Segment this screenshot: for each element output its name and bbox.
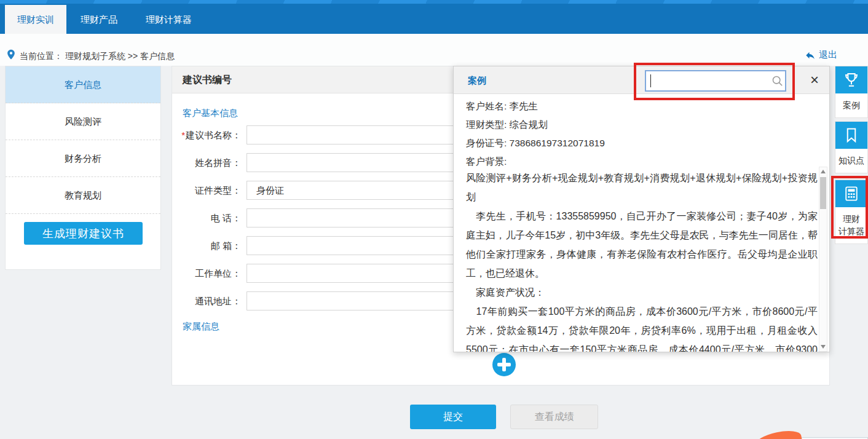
case-paragraph: 李先生，手机号：13355859950，自己开办了一家装修公司；妻子40岁，为家…: [466, 207, 818, 283]
toolbar-item-knowledge[interactable]: 知识点: [835, 121, 868, 173]
field-label-employer: 工作单位：: [172, 264, 241, 283]
breadcrumb-bar: 当前位置： 理财规划子系统 >> 客户信息 退出: [0, 34, 868, 66]
case-panel-title: 案例: [468, 66, 486, 94]
field-label-pinyin: 姓名拼音：: [172, 153, 241, 172]
location-icon: [5, 49, 17, 61]
trophy-icon: [835, 66, 867, 93]
sidebar-item-financial-analysis[interactable]: 财务分析: [6, 140, 160, 177]
toolbar-item-calculator[interactable]: 理财 计算器: [835, 180, 868, 244]
scrollbar-thumb[interactable]: [820, 177, 826, 209]
sidebar-item-education-planning[interactable]: 教育规划: [6, 177, 160, 214]
field-label-email: 邮 箱：: [172, 236, 241, 255]
search-icon[interactable]: [771, 74, 784, 88]
submit-button[interactable]: 提交: [410, 405, 496, 429]
generate-proposal-button[interactable]: 生成理财建议书: [24, 222, 143, 245]
close-icon[interactable]: ×: [806, 71, 823, 89]
scroll-up-arrow-icon[interactable]: [819, 167, 827, 176]
case-paragraph: 风险测评+财务分析+现金规划+教育规划+消费规划+退休规划+保险规划+投资规划: [466, 168, 818, 207]
field-label-phone: 电 话：: [172, 208, 241, 227]
floating-widget-icon[interactable]: [754, 427, 803, 439]
sidebar-item-customer-info[interactable]: 客户信息: [6, 66, 160, 103]
tab-financial-calculator[interactable]: 理财计算器: [132, 5, 206, 34]
logout-icon: [805, 50, 816, 61]
scroll-down-arrow-icon[interactable]: [819, 342, 827, 351]
case-search-input[interactable]: [645, 70, 786, 92]
logout-button[interactable]: 退出: [805, 49, 837, 61]
tab-financial-products[interactable]: 理财产品: [66, 5, 132, 34]
nav-decorative-strip: [0, 0, 868, 4]
toolbar-label-knowledge: 知识点: [835, 149, 867, 173]
case-paragraph: 17年前购买一套100平方米的商品房，成本价3600元/平方米，市价8600元/…: [466, 302, 818, 352]
case-panel-header: 案例 ×: [454, 66, 829, 94]
left-sidebar: 客户信息 风险测评 财务分析 教育规划 生成理财建议书: [5, 66, 161, 270]
sidebar-item-risk-assessment[interactable]: 风险测评: [6, 103, 160, 140]
calculator-icon: [835, 180, 867, 207]
case-planning-type: 理财类型: 综合规划: [466, 116, 818, 134]
case-background-text: 风险测评+财务分析+现金规划+教育规划+消费规划+退休规划+保险规划+投资规划 …: [466, 168, 818, 352]
tab-financial-training[interactable]: 理财实训: [5, 5, 66, 34]
toolbar-label-calculator: 理财 计算器: [835, 207, 867, 243]
toolbar-label-case: 案例: [835, 93, 867, 117]
breadcrumb: 当前位置： 理财规划子系统 >> 客户信息: [20, 51, 175, 62]
bookmark-icon: [835, 122, 867, 149]
toolbar-item-case[interactable]: 案例: [835, 66, 868, 118]
case-paragraph: 家庭资产状况：: [466, 283, 818, 302]
section-title-family-info: 家属信息: [183, 321, 219, 333]
field-label-address: 通讯地址：: [172, 291, 241, 310]
scrollbar[interactable]: [819, 167, 827, 352]
field-label-proposal-name: *建议书名称：: [172, 125, 241, 144]
case-info: 客户姓名: 李先生 理财类型: 综合规划 身份证号: 7386861973120…: [466, 97, 818, 171]
view-score-button[interactable]: 查看成绩: [510, 405, 598, 429]
section-title-basic-info: 客户基本信息: [183, 108, 238, 119]
case-customer-name: 客户姓名: 李先生: [466, 97, 818, 116]
add-family-member-button[interactable]: [492, 353, 516, 376]
required-asterisk: *: [181, 130, 185, 140]
case-panel: 案例 × 客户姓名: 李先生 理财类型: 综合规划 身份证号: 73868619…: [453, 66, 830, 352]
top-nav: 理财实训 理财产品 理财计算器: [0, 0, 868, 34]
text-caret: [650, 74, 651, 87]
logout-label: 退出: [819, 49, 837, 61]
case-id-number: 身份证号: 738686197312071819: [466, 134, 818, 152]
nav-tabs: 理财实训 理财产品 理财计算器: [5, 5, 206, 34]
field-label-id-type: 证件类型：: [172, 181, 241, 200]
app-screen: 理财实训 理财产品 理财计算器 当前位置： 理财规划子系统 >> 客户信息 退出…: [0, 0, 868, 439]
